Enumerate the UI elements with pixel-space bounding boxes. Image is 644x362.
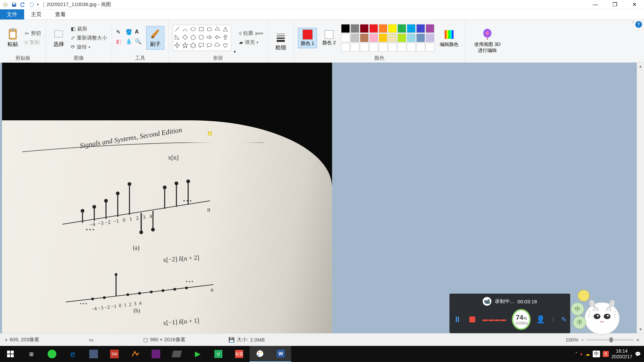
fill-button[interactable]: ▰填充 ▾ (238, 39, 264, 46)
collapse-ribbon-icon[interactable]: ˇ (632, 21, 634, 27)
resize-button[interactable]: ⤢重新调整大小 (70, 34, 108, 42)
palette-color[interactable] (397, 34, 406, 42)
shape-callout-oval[interactable] (206, 42, 212, 48)
tab-view[interactable]: 查看 (48, 9, 72, 19)
palette-color[interactable] (351, 24, 359, 33)
shape-arrow-u[interactable] (222, 34, 228, 40)
more-icon[interactable]: ⋮ (550, 316, 556, 323)
palette-color[interactable] (426, 24, 434, 33)
palette-color[interactable] (369, 34, 378, 42)
rotate-button[interactable]: ⟳旋转 ▾ (70, 43, 108, 51)
shapes-gallery[interactable] (173, 25, 231, 51)
paste-button[interactable]: 粘贴 (4, 26, 21, 49)
tray-icon-1[interactable]: ♦ (580, 351, 583, 357)
palette-color[interactable] (426, 34, 434, 42)
cut-button[interactable]: ✂剪切 (24, 29, 42, 37)
picker-tool[interactable]: 💧 (125, 38, 134, 47)
edit-colors-button[interactable]: 编辑颜色 (437, 27, 461, 49)
shape-line[interactable] (174, 26, 180, 32)
color2-button[interactable]: 颜色 2 (320, 29, 338, 47)
fill-tool[interactable]: 🪣 (125, 29, 134, 38)
ime-indicator[interactable]: 中 (593, 351, 600, 357)
copy-button[interactable]: ⎘复制 (24, 39, 42, 46)
desktop-mascot[interactable]: 申 半 (570, 282, 624, 339)
palette-empty[interactable] (407, 43, 416, 52)
pause-button[interactable]: ⏸ (453, 314, 462, 325)
palette-empty[interactable] (369, 43, 378, 52)
shape-oval[interactable] (190, 26, 196, 32)
palette-empty[interactable] (351, 43, 359, 52)
palette-color[interactable] (351, 34, 359, 42)
stop-button[interactable] (468, 314, 477, 325)
scroll-up-icon[interactable]: ▲ (637, 63, 644, 70)
screen-recorder-overlay[interactable]: 📹 录制中... 00:03:18 ⏸ ▬▬▬▬ 74% ↑0.02K/s 👤 … (449, 294, 570, 333)
vertical-scrollbar[interactable]: ▲ ▼ (637, 63, 644, 333)
palette-color[interactable] (407, 24, 416, 33)
media-icon[interactable]: ▶ (187, 346, 208, 362)
app-icon-2[interactable] (166, 346, 187, 362)
shape-curve[interactable] (182, 26, 188, 32)
notifications-icon[interactable]: 💬 (635, 351, 641, 357)
shape-arrow-r[interactable] (206, 34, 212, 40)
scroll-down-icon[interactable]: ▼ (637, 326, 644, 333)
edge-icon[interactable]: e (62, 346, 83, 362)
palette-empty[interactable] (379, 43, 387, 52)
vscode-icon[interactable] (146, 346, 166, 362)
close-button[interactable]: ✕ (625, 0, 644, 9)
canvas-area[interactable]: Signals and Systems, Second Edition x[n] (0, 63, 644, 333)
shape-star4[interactable] (174, 42, 180, 48)
shapes-dropdown[interactable]: ▾ (234, 50, 236, 54)
shape-star6[interactable] (190, 42, 196, 48)
browser-360-icon[interactable] (42, 346, 62, 362)
pencil-tool[interactable]: ✎ (116, 29, 125, 38)
zoom-in-icon[interactable]: + (636, 337, 639, 343)
outline-button[interactable]: ◊轮廓 give▾ (238, 29, 264, 37)
help-icon[interactable]: ? (635, 21, 642, 28)
palette-color[interactable] (397, 24, 406, 33)
app-icon-3[interactable]: V (208, 346, 229, 362)
undo-icon[interactable] (19, 1, 26, 8)
tab-file[interactable]: 文件 (0, 9, 24, 19)
pen-annotate-icon[interactable]: ✎ (561, 315, 567, 323)
shape-polygon[interactable] (214, 26, 220, 32)
save-icon[interactable] (11, 1, 17, 8)
system-tray[interactable]: ˄ ♦ ☁ 中 S 16:14 2020/2/17 💬 (575, 348, 644, 360)
shape-roundrect[interactable] (206, 26, 212, 32)
eraser-tool[interactable]: ◧ (116, 38, 125, 47)
add-person-icon[interactable]: 👤 (536, 315, 545, 324)
shape-pentagon[interactable] (190, 34, 196, 40)
shape-callout-rect[interactable] (198, 42, 204, 48)
palette-color[interactable] (388, 24, 397, 33)
palette-color[interactable] (416, 34, 425, 42)
webcam-icon[interactable]: 📹 (483, 297, 491, 306)
palette-empty[interactable] (416, 43, 425, 52)
paint-taskbar-icon[interactable] (250, 346, 270, 362)
solidworks-icon[interactable]: SW (104, 346, 125, 362)
clock[interactable]: 16:14 2020/2/17 (611, 348, 632, 360)
palette-empty[interactable] (397, 43, 406, 52)
word-taskbar-icon[interactable]: W (270, 346, 291, 362)
tray-icon-2[interactable]: ☁ (585, 351, 590, 357)
color-palette[interactable] (341, 24, 434, 52)
palette-color[interactable] (416, 24, 425, 33)
taskview-icon[interactable]: ⊞ (21, 346, 42, 362)
palette-color[interactable] (407, 34, 416, 42)
zoom-tool[interactable]: 🔍 (135, 38, 144, 47)
shape-arrow-l[interactable] (214, 34, 220, 40)
palette-empty[interactable] (426, 43, 434, 52)
tray-icon-3[interactable]: S (603, 351, 609, 357)
shape-hexagon[interactable] (198, 34, 204, 40)
tray-expand-icon[interactable]: ˄ (575, 351, 578, 357)
color1-button[interactable]: 颜色 1 (298, 28, 317, 48)
palette-empty[interactable] (360, 43, 369, 52)
select-button[interactable]: 选择 (50, 26, 67, 49)
shape-cloud[interactable] (214, 42, 220, 48)
crop-button[interactable]: ◧裁剪 (70, 25, 108, 33)
palette-color[interactable] (379, 34, 387, 42)
palette-color[interactable] (360, 24, 369, 33)
brush-button[interactable]: 刷子 (146, 26, 164, 50)
youdao-icon[interactable]: 有道 (229, 346, 250, 362)
app-icon-1[interactable] (83, 346, 104, 362)
qat-dropdown-icon[interactable]: ▾ (37, 2, 39, 7)
minimize-button[interactable]: — (586, 0, 605, 9)
